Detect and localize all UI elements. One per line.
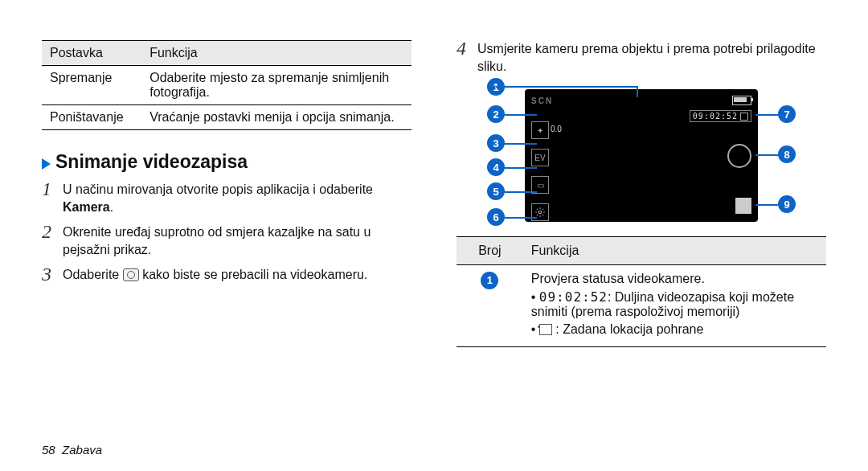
callout-table: Broj Funkcija 1 Provjera statusa videoka… (457, 236, 826, 347)
callout-3: 3 (487, 134, 505, 152)
steps-list: 1 U načinu mirovanja otvorite popis apli… (42, 181, 411, 292)
th-funkcija: Funkcija (141, 41, 411, 66)
bullet-storage: : Zadana lokacija pohrane (531, 322, 818, 337)
device-screen: SCN 09:02:52 ✦ EV ▭ (525, 89, 758, 222)
exposure-icon: EV (531, 149, 549, 166)
storage-location-icon (539, 324, 552, 335)
settings-table: Postavka Funkcija Spremanje Odaberite mj… (42, 40, 411, 130)
record-time-box: 09:02:52 (690, 110, 751, 122)
step-2: 2 Okrenite uređaj suprotno od smjera kaz… (42, 223, 411, 258)
callout-4: 4 (487, 158, 505, 176)
record-button-icon (735, 198, 751, 214)
callout-6: 6 (487, 208, 505, 226)
th-broj: Broj (457, 237, 523, 265)
steps-list-cont: 4 Usmjerite kameru prema objektu i prema… (457, 40, 826, 83)
table-row: 1 Provjera statusa videokamere. 09:02:52… (457, 265, 826, 347)
battery-icon (732, 96, 751, 105)
mode-toggle-icon (727, 144, 751, 168)
callout-2: 2 (487, 105, 505, 123)
scene-mode-label: SCN (531, 96, 553, 105)
callout-9: 9 (778, 195, 796, 213)
callout-5: 5 (487, 182, 505, 200)
section-heading: Snimanje videozapisa (42, 151, 411, 173)
step-1: 1 U načinu mirovanja otvorite popis apli… (42, 181, 411, 215)
callout-7: 7 (778, 105, 796, 123)
callout-8: 8 (778, 145, 796, 163)
svg-point-0 (538, 211, 542, 214)
row-badge-1: 1 (481, 272, 498, 289)
flash-icon: ✦ (531, 121, 549, 139)
table-row: Poništavanje Vraćanje postavki menija i … (42, 105, 411, 130)
step-3: 3 Odaberite kako biste se prebacili na v… (42, 266, 411, 284)
page-footer: 58 Zabava (42, 443, 102, 457)
camcorder-diagram: SCN 09:02:52 ✦ EV ▭ (473, 89, 810, 222)
camera-icon (123, 268, 139, 281)
th-postavka: Postavka (42, 41, 141, 66)
bullet-time: 09:02:52: Duljina videozapisa koji možet… (531, 289, 818, 319)
row1-title: Provjera statusa videokamere. (531, 272, 705, 285)
th-funkcija2: Funkcija (523, 237, 826, 265)
table-row: Spremanje Odaberite mjesto za spremanje … (42, 66, 411, 105)
chevron-right-icon (42, 158, 51, 170)
ev-value: 0.0 (551, 125, 562, 133)
step-4: 4 Usmjerite kameru prema objektu i prema… (457, 40, 826, 75)
storage-icon (740, 113, 748, 121)
